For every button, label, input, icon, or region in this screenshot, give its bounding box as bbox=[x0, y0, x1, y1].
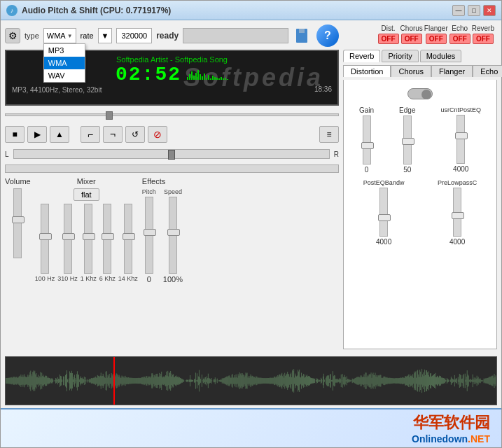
mark-out-button[interactable]: ¬ bbox=[103, 126, 123, 143]
type-option-wav[interactable]: WAV bbox=[44, 69, 85, 82]
svg-rect-2 bbox=[296, 37, 307, 43]
speed-fader-thumb[interactable] bbox=[167, 229, 180, 236]
eq-1khz-thumb[interactable] bbox=[83, 233, 95, 240]
posteq-slider[interactable] bbox=[379, 188, 388, 237]
eq-100hz-thumb[interactable] bbox=[39, 233, 52, 240]
inner-tab-distortion[interactable]: Distortion bbox=[343, 65, 391, 77]
tab-modules[interactable]: Modules bbox=[420, 50, 462, 62]
pitch-fader-thumb[interactable] bbox=[144, 229, 156, 236]
speed-fader[interactable] bbox=[169, 197, 177, 274]
pan-slider[interactable] bbox=[13, 149, 330, 159]
postcnt-thumb[interactable] bbox=[455, 132, 468, 139]
edge-param: Edge 50 bbox=[399, 106, 415, 174]
type-dropdown-button[interactable]: WMA ▼ bbox=[43, 28, 76, 43]
stop-button[interactable]: ■ bbox=[5, 126, 25, 143]
postcnt-param: usrCntPostEQ 4000 bbox=[440, 106, 481, 174]
eq-100hz-label: 100 Hz bbox=[35, 275, 55, 282]
speed-col: Speed 100% bbox=[163, 188, 183, 284]
postcnt-value: 4000 bbox=[453, 165, 468, 173]
mixer-fader-1khz: 1 Khz bbox=[81, 204, 97, 282]
prelp-slider[interactable] bbox=[453, 188, 461, 237]
edge-thumb[interactable] bbox=[402, 138, 414, 145]
reverb-toggle[interactable]: OFF bbox=[473, 34, 494, 44]
speed-label: Speed bbox=[164, 188, 182, 195]
settings-icon[interactable]: ⚙ bbox=[5, 28, 20, 43]
postcnt-slider[interactable] bbox=[456, 115, 465, 164]
no-button[interactable]: ⊘ bbox=[148, 126, 167, 143]
toggle-knob bbox=[421, 90, 431, 99]
save-button[interactable] bbox=[293, 26, 312, 46]
seek-bar[interactable] bbox=[5, 113, 339, 116]
eq-310hz-thumb[interactable] bbox=[62, 233, 75, 240]
eq-14khz-thumb[interactable] bbox=[123, 233, 135, 240]
chorus-toggle[interactable]: OFF bbox=[401, 34, 422, 44]
left-panel: ⚙ type WMA ▼ MP3 WMA WAV rate ▼ bbox=[5, 24, 339, 349]
close-button[interactable]: ✕ bbox=[483, 5, 496, 16]
duration-display: 18:36 bbox=[314, 85, 332, 93]
speed-value: 100% bbox=[163, 275, 183, 284]
brand-block: 华军软件园 Onlinedown .NET bbox=[412, 412, 490, 444]
maximize-button[interactable]: □ bbox=[468, 5, 480, 16]
type-option-wma[interactable]: WMA bbox=[44, 57, 85, 69]
help-button[interactable]: ? bbox=[316, 24, 339, 47]
inner-tab-chorus[interactable]: Chorus bbox=[391, 65, 431, 77]
mixer-label: Mixer bbox=[77, 177, 96, 186]
volume-fader-thumb[interactable] bbox=[12, 216, 25, 223]
flanger-toggle[interactable]: OFF bbox=[426, 34, 447, 44]
waveform-area[interactable]: // Will be generated by JS below bbox=[5, 356, 497, 405]
distortion-params-row1: Gain 0 Edge 50 usrCntPostE bbox=[349, 106, 491, 174]
tab-reverb[interactable]: Reverb bbox=[343, 50, 380, 62]
inner-tab-echo[interactable]: Echo bbox=[473, 65, 502, 77]
echo-effect: Echo OFF bbox=[449, 24, 470, 44]
echo-toggle[interactable]: OFF bbox=[449, 34, 470, 44]
eq-1khz-label: 1 Khz bbox=[81, 275, 97, 282]
eq-6khz-thumb[interactable] bbox=[102, 233, 114, 240]
edge-slider[interactable] bbox=[403, 115, 412, 164]
eq-1khz-fader[interactable] bbox=[84, 204, 92, 274]
inner-tab-flanger[interactable]: Flanger bbox=[431, 65, 473, 77]
volume-eq-bar bbox=[5, 164, 339, 173]
minimize-button[interactable]: — bbox=[452, 5, 465, 16]
rate-dropdown-button[interactable]: ▼ bbox=[98, 28, 113, 43]
prelp-thumb[interactable] bbox=[452, 212, 464, 219]
pitch-label: Pitch bbox=[142, 188, 156, 195]
eq-100hz-fader[interactable] bbox=[41, 204, 49, 274]
chorus-label: Chorus bbox=[400, 24, 423, 32]
seek-thumb[interactable] bbox=[106, 111, 113, 120]
dist-label: Dist. bbox=[382, 24, 396, 32]
mixer-fader-310hz: 310 Hz bbox=[57, 204, 78, 282]
dist-toggle[interactable]: OFF bbox=[378, 34, 399, 44]
eq-310hz-fader[interactable] bbox=[64, 204, 72, 274]
effects-strip: Dist. OFF Chorus OFF Flanger OFF Echo OF… bbox=[343, 24, 497, 44]
posteq-param: PostEQBandw 4000 bbox=[363, 179, 405, 246]
eq-14khz-label: 14 Khz bbox=[118, 275, 138, 282]
distortion-params-row2: PostEQBandw 4000 PreLowpassC 4000 bbox=[349, 179, 491, 246]
brand-bottom: Onlinedown bbox=[412, 433, 468, 444]
tab-priority[interactable]: Priority bbox=[382, 50, 418, 62]
pitch-fader[interactable] bbox=[145, 197, 153, 274]
distortion-panel: Gain 0 Edge 50 usrCntPostE bbox=[343, 80, 497, 349]
volume-fader[interactable] bbox=[13, 188, 22, 258]
file-info: MP3, 44100Hz, Stereo, 32bit bbox=[12, 86, 102, 94]
eject-button[interactable]: ▲ bbox=[50, 126, 69, 143]
eq-6khz-fader[interactable] bbox=[103, 204, 111, 274]
gain-thumb[interactable] bbox=[361, 142, 374, 149]
posteq-thumb[interactable] bbox=[378, 214, 391, 221]
time-display: 02:52 bbox=[116, 65, 181, 85]
reverb-effect: Reverb OFF bbox=[472, 24, 494, 44]
mark-in-button[interactable]: ⌐ bbox=[81, 126, 100, 143]
window-controls: — □ ✕ bbox=[452, 5, 496, 16]
brand-top: 华军软件园 bbox=[412, 412, 490, 433]
distortion-toggle[interactable] bbox=[407, 88, 433, 99]
mixer-section: Mixer flat 100 Hz bbox=[35, 177, 138, 349]
eq-14khz-fader[interactable] bbox=[124, 204, 132, 274]
type-option-mp3[interactable]: MP3 bbox=[44, 44, 85, 57]
gain-slider[interactable] bbox=[363, 115, 371, 164]
pan-thumb[interactable] bbox=[168, 150, 175, 160]
type-dropdown[interactable]: WMA ▼ MP3 WMA WAV bbox=[43, 28, 76, 43]
play-button[interactable]: ▶ bbox=[27, 126, 47, 143]
loop-button[interactable]: ↺ bbox=[125, 126, 145, 143]
flat-button[interactable]: flat bbox=[74, 188, 99, 201]
menu-button[interactable]: ≡ bbox=[319, 126, 339, 143]
pan-left-label: L bbox=[5, 150, 9, 158]
